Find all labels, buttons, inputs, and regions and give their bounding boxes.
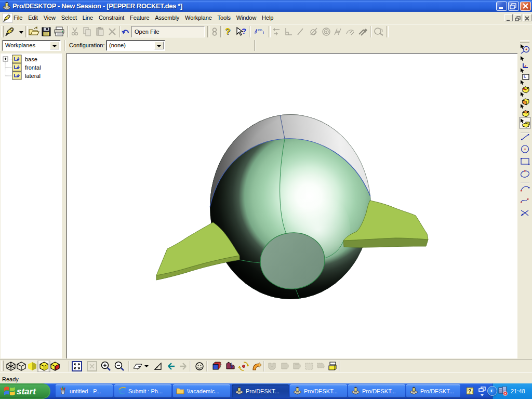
svg-text:f: f (256, 29, 257, 34)
svg-text:base: base (25, 56, 37, 62)
svg-text:lateral: lateral (25, 73, 41, 79)
svg-text:?: ? (468, 389, 471, 394)
svg-text:xx: xx (258, 28, 262, 32)
svg-text:start: start (17, 387, 36, 396)
svg-text:?: ? (242, 26, 246, 35)
svg-text:frontal: frontal (25, 64, 41, 71)
svg-text:1: 1 (220, 362, 222, 365)
